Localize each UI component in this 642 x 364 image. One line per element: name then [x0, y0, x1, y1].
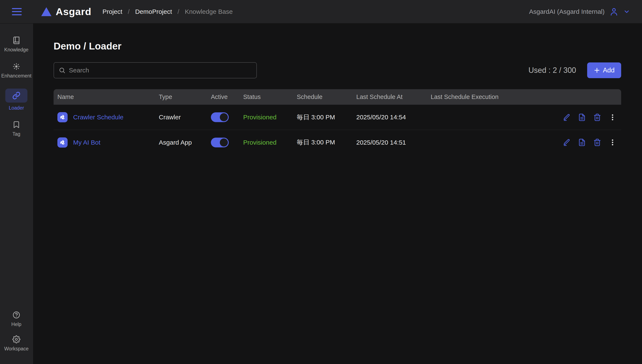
bookmark-icon — [12, 121, 21, 129]
row-name-link[interactable]: My AI Bot — [73, 139, 100, 146]
column-header-last-schedule-execution: Last Schedule Execution — [427, 94, 544, 100]
breadcrumb-separator: / — [128, 8, 129, 15]
edit-pencil-icon[interactable] — [563, 138, 571, 146]
sidebar-item-label: Workspace — [4, 346, 29, 352]
status-badge: Provisioned — [239, 114, 293, 121]
row-schedule: 毎日 3:00 PM — [293, 138, 353, 147]
row-last-schedule-at: 2025/05/20 14:51 — [353, 139, 427, 146]
row-type: Crawler — [155, 114, 207, 121]
column-header-last-schedule-at: Last Schedule At — [353, 94, 427, 100]
file-document-icon[interactable] — [578, 114, 586, 121]
column-header-status: Status — [239, 94, 293, 100]
trash-icon[interactable] — [593, 138, 601, 146]
table-row: My AI Bot Asgard App Provisioned 毎日 3:00… — [54, 130, 621, 155]
main-content: Demo / Loader Used : 2 / 300 — [33, 24, 642, 364]
status-badge: Provisioned — [239, 139, 293, 146]
sidebar-item-enhancement[interactable]: Enhancement — [1, 62, 32, 79]
sidebar-item-label: Tag — [12, 131, 20, 137]
row-last-schedule-at: 2025/05/20 14:54 — [353, 114, 427, 121]
chevron-down-icon[interactable] — [623, 8, 630, 15]
edit-pencil-icon[interactable] — [563, 114, 571, 121]
sidebar-item-loader[interactable]: Loader — [5, 88, 28, 111]
column-header-name: Name — [54, 94, 155, 100]
asgard-logo-icon — [41, 7, 52, 16]
sidebar-item-knowledge[interactable]: Knowledge — [4, 36, 29, 53]
account-area: AsgardAI (Asgard Internal) — [529, 7, 630, 16]
kebab-menu-icon[interactable] — [609, 114, 616, 121]
gear-icon — [12, 335, 21, 344]
sidebar-bottom: Help Workspace — [4, 311, 29, 352]
column-header-type: Type — [155, 94, 207, 100]
page-title: Demo / Loader — [54, 40, 621, 52]
user-icon[interactable] — [609, 7, 619, 16]
column-header-active: Active — [207, 94, 239, 100]
loader-type-icon — [57, 112, 68, 122]
sidebar-item-help[interactable]: Help — [11, 311, 21, 327]
table-header: Name Type Active Status Schedule Last Sc… — [54, 89, 621, 105]
sidebar-item-tag[interactable]: Tag — [12, 121, 21, 137]
kebab-menu-icon[interactable] — [609, 138, 616, 146]
link-icon — [5, 88, 28, 102]
sidebar-item-workspace[interactable]: Workspace — [4, 335, 29, 352]
loader-type-icon — [57, 138, 68, 148]
search-input[interactable] — [69, 67, 252, 74]
sidebar: Knowledge Enhancement — [0, 24, 33, 364]
column-header-schedule: Schedule — [293, 94, 353, 100]
breadcrumb-separator: / — [177, 8, 179, 15]
controls-row: Used : 2 / 300 Add — [54, 62, 621, 78]
hamburger-menu-icon[interactable] — [12, 8, 22, 15]
active-toggle[interactable] — [211, 112, 229, 122]
breadcrumb-knowledge-base: Knowledge Base — [185, 8, 233, 15]
plus-icon — [594, 67, 600, 74]
book-icon — [12, 36, 21, 44]
sidebar-item-label: Enhancement — [1, 73, 32, 79]
add-button[interactable]: Add — [587, 62, 621, 78]
active-toggle[interactable] — [211, 138, 229, 148]
row-type: Asgard App — [155, 139, 207, 146]
add-button-label: Add — [603, 66, 614, 74]
row-schedule: 毎日 3:00 PM — [293, 113, 353, 122]
sidebar-item-label: Help — [11, 322, 21, 327]
search-icon — [59, 67, 66, 74]
breadcrumb: Project / DemoProject / Knowledge Base — [103, 8, 233, 15]
table-row: Crawler Schedule Crawler Provisioned 毎日 … — [54, 105, 621, 130]
breadcrumb-demoproject[interactable]: DemoProject — [135, 8, 172, 15]
sidebar-item-label: Knowledge — [4, 47, 29, 53]
usage-label: Used : 2 / 300 — [528, 66, 576, 75]
account-label: AsgardAI (Asgard Internal) — [529, 8, 604, 15]
file-document-icon[interactable] — [578, 138, 586, 146]
row-name-link[interactable]: Crawler Schedule — [73, 114, 124, 121]
search-box — [54, 62, 257, 78]
breadcrumb-project[interactable]: Project — [103, 8, 122, 15]
help-circle-icon — [12, 311, 21, 319]
loader-table: Name Type Active Status Schedule Last Sc… — [54, 89, 621, 155]
trash-icon[interactable] — [593, 114, 601, 121]
app-window: Asgard Project / DemoProject / Knowledge… — [0, 0, 642, 364]
sidebar-item-label: Loader — [9, 105, 24, 111]
logo-text: Asgard — [56, 6, 91, 18]
sun-icon — [12, 62, 21, 70]
topbar: Asgard Project / DemoProject / Knowledge… — [0, 0, 642, 23]
